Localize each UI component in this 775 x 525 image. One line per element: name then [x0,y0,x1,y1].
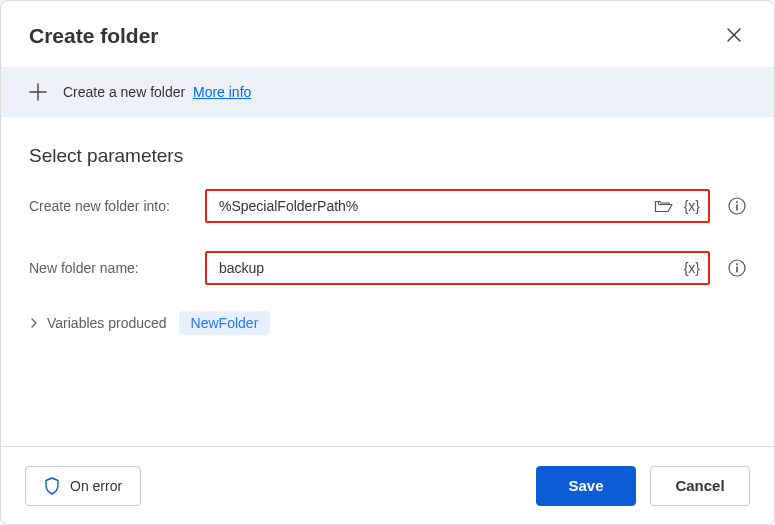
footer-right: Save Cancel [536,466,750,506]
info-text: Create a new folder More info [63,84,251,100]
into-input-wrap: {x} [205,189,710,223]
save-button[interactable]: Save [536,466,636,506]
into-input[interactable] [217,197,646,215]
on-error-button[interactable]: On error [25,466,141,506]
into-label: Create new folder into: [29,198,187,214]
variable-chip[interactable]: NewFolder [179,311,271,335]
variables-produced-row: Variables produced NewFolder [29,311,746,335]
info-strip: Create a new folder More info [1,67,774,117]
plus-icon [29,83,47,101]
section-title: Select parameters [29,145,746,167]
variables-label: Variables produced [47,315,167,331]
create-folder-dialog: Create folder Create a new folder More i… [0,0,775,525]
info-icon [728,197,746,215]
dialog-footer: On error Save Cancel [1,446,774,524]
name-info-button[interactable] [728,259,746,277]
chevron-right-icon [29,318,39,328]
shield-icon [44,477,60,495]
dialog-body: Select parameters Create new folder into… [1,117,774,446]
insert-variable-button[interactable]: {x} [682,197,702,215]
cancel-button[interactable]: Cancel [650,466,750,506]
variable-placeholder-icon: {x} [684,199,700,213]
field-row-name: New folder name: {x} [29,251,746,285]
insert-variable-button-name[interactable]: {x} [682,259,702,277]
close-icon [726,27,742,43]
field-row-into: Create new folder into: {x} [29,189,746,223]
svg-point-4 [736,263,738,265]
svg-point-1 [736,201,738,203]
on-error-label: On error [70,478,122,494]
dialog-title: Create folder [29,25,159,46]
info-icon [728,259,746,277]
svg-rect-5 [736,267,738,273]
into-info-button[interactable] [728,197,746,215]
name-input-wrap: {x} [205,251,710,285]
variable-placeholder-icon: {x} [684,261,700,275]
svg-rect-2 [736,205,738,211]
folder-open-icon [654,198,674,214]
info-text-label: Create a new folder [63,84,185,100]
name-label: New folder name: [29,260,187,276]
variables-toggle[interactable]: Variables produced [29,315,167,331]
close-button[interactable] [722,23,746,47]
more-info-link[interactable]: More info [193,84,251,100]
browse-folder-button[interactable] [652,196,676,216]
name-input[interactable] [217,259,676,277]
dialog-header: Create folder [1,1,774,67]
